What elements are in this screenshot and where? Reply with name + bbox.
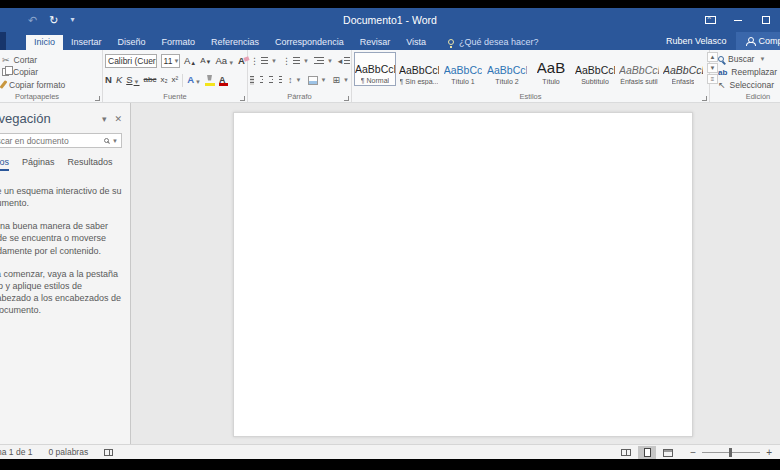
styles-group-label: Estilos: [352, 92, 709, 101]
proofing-status-icon[interactable]: [104, 449, 113, 456]
style-titulo-2[interactable]: AaBbCcD Título 2: [486, 52, 528, 86]
nav-tab-resultados[interactable]: Resultados: [68, 157, 113, 171]
font-dialog-launcher-icon[interactable]: [240, 96, 245, 101]
navigation-pane: Navegación ▾ ✕ ▼ Títulos Páginas Resulta…: [0, 103, 131, 444]
brush-icon: [0, 80, 7, 89]
editing-group-label: Edición: [710, 92, 780, 101]
shrink-font-button[interactable]: A▼: [200, 57, 211, 65]
tab-revisar[interactable]: Revisar: [352, 35, 399, 50]
underline-button[interactable]: S▼: [126, 75, 139, 85]
font-name-select[interactable]: Calibri (Cuerpo▼: [105, 54, 157, 68]
nav-help-paragraph: Es una buena manera de saber dónde se en…: [0, 220, 122, 256]
styles-dialog-launcher-icon[interactable]: [702, 96, 707, 101]
zoom-out-button[interactable]: −: [690, 447, 696, 458]
style-titulo-1[interactable]: AaBbCc Título 1: [442, 52, 484, 86]
maximize-button[interactable]: [752, 8, 780, 32]
print-layout-button[interactable]: [638, 446, 656, 459]
search-input[interactable]: [0, 136, 104, 146]
tab-referencias[interactable]: Referencias: [203, 35, 267, 50]
font-color-button[interactable]: A: [219, 75, 228, 86]
cursor-arrow-icon: ↖: [718, 80, 726, 90]
status-bar: Página 1 de 1 0 palabras − +: [0, 444, 780, 459]
copy-label: Copiar: [13, 67, 38, 77]
bullets-button[interactable]: ⋮▼: [250, 57, 277, 66]
nav-pane-close-icon[interactable]: ✕: [114, 114, 122, 124]
decrease-indent-button[interactable]: ◂: [338, 57, 351, 66]
user-name[interactable]: Ruben Velasco: [666, 36, 727, 46]
cut-button[interactable]: ✂ Cortar: [2, 55, 65, 65]
tab-formato[interactable]: Formato: [154, 35, 204, 50]
minimize-button[interactable]: [724, 8, 752, 32]
document-area: Navegación ▾ ✕ ▼ Títulos Páginas Resulta…: [0, 103, 780, 444]
window-title: Documento1 - Word: [0, 8, 780, 32]
scissors-icon: ✂: [2, 55, 10, 65]
justify-button[interactable]: [279, 76, 283, 85]
person-icon: [746, 37, 754, 45]
subscript-button[interactable]: x₂: [160, 76, 167, 84]
chevron-down-icon[interactable]: ▼: [112, 138, 118, 144]
document-page[interactable]: [233, 112, 693, 437]
nav-pane-options-icon[interactable]: ▾: [102, 114, 107, 124]
document-search-box[interactable]: ▼: [0, 133, 122, 148]
word-count-status[interactable]: 0 palabras: [48, 447, 88, 457]
nav-tab-paginas[interactable]: Páginas: [22, 157, 55, 171]
bold-button[interactable]: N: [105, 75, 112, 85]
superscript-button[interactable]: x²: [172, 76, 179, 84]
tab-correspondencia[interactable]: Correspondencia: [267, 35, 352, 50]
tell-me-box[interactable]: ¿Qué desea hacer?: [448, 37, 539, 50]
zoom-in-button[interactable]: +: [766, 447, 772, 458]
align-right-button[interactable]: [269, 76, 273, 85]
copy-button[interactable]: Copiar: [2, 67, 65, 77]
clear-formatting-button[interactable]: A: [238, 56, 245, 66]
navigation-pane-title: Navegación: [0, 111, 51, 126]
format-painter-label: Copiar formato: [9, 80, 65, 90]
tab-insertar[interactable]: Insertar: [63, 35, 110, 50]
align-left-button[interactable]: [250, 76, 254, 85]
ribbon-display-options-button[interactable]: [696, 8, 724, 32]
copy-icon: [2, 68, 9, 76]
text-effects-button[interactable]: A▼: [187, 75, 201, 85]
numbering-button[interactable]: ⋮▼: [282, 57, 309, 66]
tab-diseno[interactable]: Diseño: [110, 35, 154, 50]
bottom-black-strip: [0, 459, 780, 470]
page-count-status[interactable]: Página 1 de 1: [0, 447, 32, 457]
font-size-select[interactable]: 11▼: [161, 54, 180, 68]
highlight-color-button[interactable]: [205, 75, 215, 86]
replace-button[interactable]: ab Reemplazar: [718, 67, 780, 77]
find-button[interactable]: Buscar ▼: [718, 54, 780, 64]
borders-button[interactable]: ⊞▼: [332, 76, 349, 85]
line-spacing-button[interactable]: ↕▼: [288, 76, 301, 85]
style-normal[interactable]: AaBbCcDc ¶ Normal: [354, 52, 396, 86]
share-button[interactable]: Compartir: [736, 32, 780, 50]
select-button[interactable]: ↖ Seleccionar ▼: [718, 80, 780, 90]
read-mode-button[interactable]: [617, 446, 635, 459]
lightbulb-icon: [448, 39, 454, 45]
italic-button[interactable]: K: [116, 75, 122, 85]
clipboard-group-label: Portapapeles: [0, 92, 102, 101]
multilevel-list-button[interactable]: ▼: [314, 57, 333, 66]
style-enfasis[interactable]: AaBbCcDt Énfasis: [662, 52, 704, 86]
tab-vista[interactable]: Vista: [398, 35, 434, 50]
align-center-button[interactable]: [260, 76, 264, 85]
style-subtitulo[interactable]: AaBbCcD Subtítulo: [574, 52, 616, 86]
format-painter-button[interactable]: Copiar formato: [2, 80, 65, 90]
shading-button[interactable]: ▼: [308, 76, 327, 85]
strikethrough-button[interactable]: abc: [144, 76, 157, 84]
web-layout-button[interactable]: [659, 446, 677, 459]
paragraph-dialog-launcher-icon[interactable]: [344, 96, 349, 101]
style-sin-espaciado[interactable]: AaBbCcDc ¶ Sin espa...: [398, 52, 440, 86]
tab-inicio[interactable]: Inicio: [26, 35, 63, 50]
style-enfasis-sutil[interactable]: AaBbCcDt Énfasis sutil: [618, 52, 660, 86]
tab-archivo-edge[interactable]: [0, 32, 6, 50]
grow-font-button[interactable]: A▲: [184, 56, 196, 66]
print-layout-icon: [644, 448, 651, 457]
clipboard-dialog-launcher-icon[interactable]: [95, 96, 100, 101]
zoom-slider-thumb[interactable]: [729, 448, 732, 457]
change-case-button[interactable]: Aa▼: [216, 56, 235, 66]
zoom-slider[interactable]: [702, 452, 760, 453]
replace-icon: ab: [718, 68, 727, 77]
top-black-strip: [0, 0, 780, 8]
maximize-icon: [762, 16, 770, 24]
nav-tab-titulos[interactable]: Títulos: [0, 157, 9, 171]
style-titulo[interactable]: AaB Título: [530, 52, 572, 86]
